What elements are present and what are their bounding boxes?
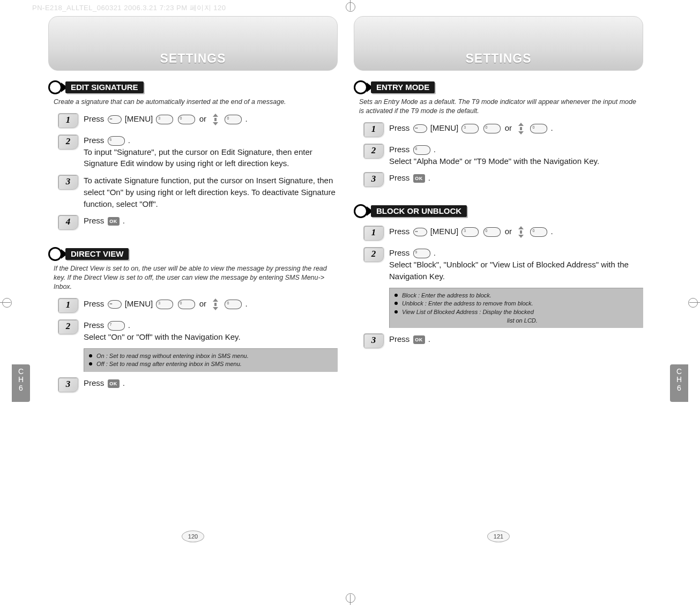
crop-mark	[688, 298, 698, 308]
key-0-icon: 0	[483, 227, 501, 237]
bullet-icon	[354, 80, 368, 94]
step-text: Press	[389, 145, 412, 154]
key-8-icon: 8	[413, 145, 430, 155]
step-number: 2	[58, 135, 78, 150]
softkey-icon: ••	[108, 300, 122, 309]
step: 3 Press OK .	[363, 333, 643, 349]
step-text: .	[128, 136, 130, 145]
page-number: 121	[487, 531, 510, 542]
step-text: Press	[84, 299, 107, 308]
step-text: .	[245, 114, 248, 123]
key-0-icon: 0	[530, 124, 547, 133]
step-body: Press •• [MENU] 3 0 or 0 .	[389, 226, 643, 238]
key-0-icon: 0	[483, 124, 501, 133]
bullet-icon	[354, 204, 368, 218]
bullet-icon	[48, 247, 62, 261]
ok-key-icon: OK	[413, 335, 425, 344]
ok-key-icon: OK	[108, 379, 120, 388]
step-text: Press	[84, 114, 107, 123]
step: 2 Press 7 . Select "On" or "Off" with th…	[58, 319, 338, 343]
crop-mark	[346, 2, 355, 12]
step-text: .	[123, 216, 125, 225]
step-body: Press •• [MENU] 3 0 or 0 .	[84, 113, 338, 125]
step-text: Press	[389, 227, 412, 236]
crop-mark	[346, 593, 355, 603]
step-body: Press 8 . Select "Alpha Mode" or "T9 Mod…	[389, 144, 643, 167]
step-text: [MENU]	[430, 123, 461, 132]
key-0-icon: 0	[225, 115, 242, 124]
step-number: 1	[363, 122, 384, 137]
page-header: SETTINGS	[48, 16, 338, 71]
step-text: Press	[84, 136, 107, 145]
key-0-icon: 0	[178, 300, 195, 309]
page-title: SETTINGS	[49, 51, 337, 66]
chapter-tab-text: H	[670, 376, 688, 384]
spread: PN-E218_ALLTEL_060321 2006.3.21 7:23 PM …	[0, 0, 700, 605]
step-extra: Select "Alpha Mode" or "T9 Mode" with th…	[389, 155, 643, 167]
nav-key-icon	[516, 123, 526, 135]
key-0-icon: 0	[178, 115, 195, 124]
nav-key-icon	[211, 114, 220, 125]
step: 3 To activate Signature function, put th…	[58, 175, 338, 210]
section-heading: DIRECT VIEW	[48, 247, 338, 261]
section-title: EDIT SIGNATURE	[65, 81, 144, 93]
info-box: On : Set to read msg without entering in…	[84, 348, 338, 372]
info-item-tail: list on LCD.	[394, 317, 638, 325]
print-job-header: PN-E218_ALLTEL_060321 2006.3.21 7:23 PM …	[32, 3, 226, 13]
step-body: Press •• [MENU] 3 0 or 0 .	[389, 122, 643, 135]
step-number: 3	[58, 175, 78, 190]
step-text: [MENU]	[430, 227, 461, 236]
step: 1 Press •• [MENU] 3 0 or 0 .	[363, 122, 643, 138]
step-text: or	[505, 227, 515, 236]
section-heading: EDIT SIGNATURE	[48, 80, 338, 94]
info-item: On : Set to read msg without entering in…	[89, 352, 332, 360]
key-3-icon: 3	[461, 124, 479, 133]
step-text: Press	[389, 123, 412, 132]
page-title: SETTINGS	[354, 51, 643, 66]
step-extra: To input "Signature", put the cursor on …	[84, 146, 338, 170]
crop-mark	[2, 298, 12, 308]
bullet-icon	[48, 80, 62, 94]
chapter-tab-text: C	[12, 368, 30, 376]
step: 2 Press 6 . To input "Signature", put th…	[58, 135, 338, 169]
step-text: .	[551, 227, 553, 236]
step-body: Press OK .	[389, 172, 643, 184]
step-text: .	[434, 145, 436, 154]
step-text: [MENU]	[125, 114, 155, 123]
page-header: SETTINGS	[354, 16, 643, 71]
step-body: Press 7 . Select "On" or "Off" with the …	[84, 319, 338, 343]
section-desc: If the Direct View is set to on, the use…	[54, 264, 332, 292]
step-text: .	[551, 123, 553, 132]
step-text: Press	[84, 320, 107, 330]
step-body: Press OK .	[84, 377, 338, 389]
softkey-icon: ••	[108, 115, 122, 124]
key-0-icon: 0	[225, 300, 242, 309]
step-body: Press 6 . To input "Signature", put the …	[84, 135, 338, 169]
step: 1 Press •• [MENU] 3 0 or 0 .	[58, 113, 338, 129]
step-text: Press	[389, 248, 412, 257]
step-text: Press	[389, 173, 412, 182]
key-9-icon: 9	[413, 249, 430, 258]
step: 1 Press •• [MENU] 3 0 or 0 .	[58, 298, 338, 314]
step-number: 2	[363, 144, 384, 159]
step-text: .	[428, 173, 430, 182]
page-number: 120	[182, 531, 204, 542]
section-heading: BLOCK OR UNBLOCK	[354, 204, 643, 218]
step-extra: Select "Block", "Unblock" or "View List …	[389, 259, 643, 282]
step: 4 Press OK .	[58, 215, 338, 231]
step-body: Press •• [MENU] 3 0 or 0 .	[84, 298, 338, 310]
info-item: Unblock : Enter the address to remove fr…	[394, 300, 638, 308]
page-right: SETTINGS ENTRY MODE Sets an Entry Mode a…	[354, 16, 643, 552]
step-number: 3	[58, 377, 78, 392]
step-number: 3	[363, 172, 384, 187]
step-text: .	[245, 299, 248, 308]
ok-key-icon: OK	[413, 174, 425, 183]
step-extra: Select "On" or "Off" with the Navigation…	[84, 331, 338, 343]
chapter-tab-right: C H 6	[670, 364, 688, 402]
section-title: DIRECT VIEW	[65, 248, 129, 260]
step: 1 Press •• [MENU] 3 0 or 0 .	[363, 226, 643, 242]
section-desc: Sets an Entry Mode as a default. The T9 …	[359, 98, 638, 116]
step: 3 Press OK .	[363, 172, 643, 188]
info-box: Block : Enter the address to block. Unbl…	[389, 288, 643, 328]
info-item: Block : Enter the address to block.	[394, 292, 638, 300]
